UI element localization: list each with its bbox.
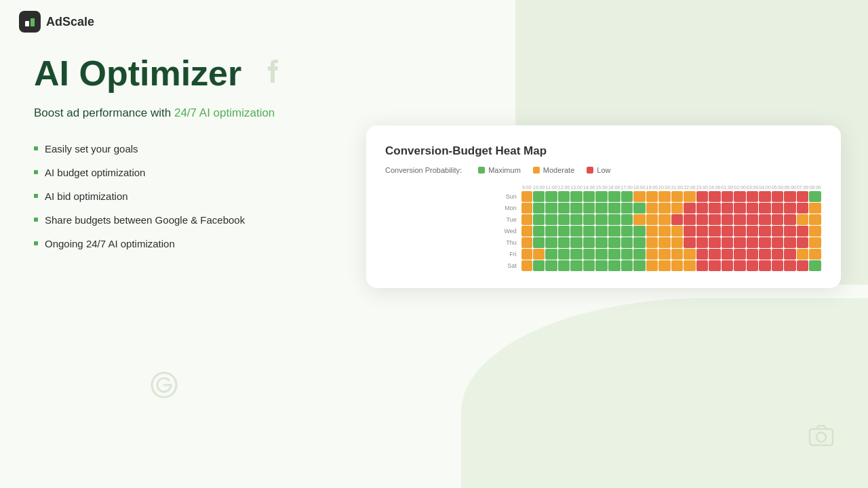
- heatmap-cell: [646, 191, 658, 202]
- heatmap-cell: [570, 260, 583, 271]
- hour-label: 10:00: [533, 184, 545, 190]
- heatmap-cell: [722, 237, 734, 248]
- heatmap-cell: [671, 203, 684, 214]
- bullet-icon: [34, 241, 38, 245]
- heatmap-cell: [608, 249, 620, 260]
- heatmap-cell: [621, 226, 633, 237]
- heatmap-cell: [784, 214, 796, 225]
- heatmap-cell: [759, 226, 771, 237]
- heatmap-cell: [671, 260, 684, 271]
- svg-point-4: [816, 432, 826, 442]
- heatmap-cell: [759, 249, 771, 260]
- heatmap-cell: [722, 249, 734, 260]
- heatmap-cell: [809, 203, 821, 214]
- heatmap-cell: [621, 214, 633, 225]
- heatmap-cell: [570, 203, 583, 214]
- heatmap-cell: [633, 203, 646, 214]
- heatmap-cell: [784, 260, 796, 271]
- heatmap-cell: [658, 249, 671, 260]
- heatmap-cell: [734, 191, 746, 202]
- heatmap-cell: [747, 214, 759, 225]
- list-item: Easily set your goals: [34, 143, 359, 155]
- logo-text: AdScale: [46, 15, 94, 29]
- heatmap-cell: [570, 191, 583, 202]
- heatmap-cell: [772, 214, 784, 225]
- day-label: Thu: [386, 237, 521, 248]
- heatmap-cell: [521, 249, 532, 260]
- feature-label: AI budget optimization: [45, 167, 145, 178]
- heatmap-cell: [684, 237, 696, 248]
- heatmap-cell: [696, 191, 709, 202]
- heatmap-cell: [734, 203, 746, 214]
- heatmap-cell: [784, 237, 796, 248]
- hour-label: 23:00: [696, 184, 709, 190]
- heatmap-cell: [545, 237, 557, 248]
- heatmap-cell: [558, 191, 570, 202]
- heatmap-cell: [658, 226, 671, 237]
- heatmap-cell: [696, 203, 709, 214]
- corner-cell: [386, 184, 521, 190]
- heatmap-cell: [722, 214, 734, 225]
- heatmap-cell: [696, 260, 709, 271]
- heatmap-cell: [646, 214, 658, 225]
- heatmap-cell: [558, 237, 570, 248]
- heatmap-cell: [533, 237, 545, 248]
- hour-label: 02:00: [734, 184, 746, 190]
- heatmap-cell: [809, 191, 821, 202]
- feature-label: AI bid optimization: [45, 190, 128, 202]
- heatmap-cell: [633, 249, 646, 260]
- heatmap-cell: [722, 191, 734, 202]
- day-label: Mon: [386, 203, 521, 214]
- heatmap-cell: [797, 249, 809, 260]
- heatmap-cell: [784, 191, 796, 202]
- list-item: Ongoing 24/7 AI optimization: [34, 238, 359, 249]
- heatmap-cell: [809, 226, 821, 237]
- heatmap-cell: [684, 191, 696, 202]
- legend-low: Low: [587, 166, 610, 174]
- svg-rect-0: [25, 21, 29, 26]
- table-row: Tue: [386, 214, 821, 225]
- heatmap-cell: [722, 260, 734, 271]
- hour-label: 13:00: [570, 184, 583, 190]
- heatmap-cell: [633, 237, 646, 248]
- heatmap-cell: [595, 260, 608, 271]
- heatmap-cell: [558, 260, 570, 271]
- heatmap-cell: [759, 214, 771, 225]
- heatmap-cell: [671, 226, 684, 237]
- day-label: Wed: [386, 226, 521, 237]
- legend-low-label: Low: [597, 166, 610, 174]
- heatmap-table: 9:00 10:00 11:00 12:00 13:00 14:00 15:00…: [385, 184, 822, 272]
- heatmap-cell: [570, 249, 583, 260]
- heatmap-cell: [734, 226, 746, 237]
- list-item: AI bid optimization: [34, 190, 359, 202]
- heatmap-cell: [521, 237, 532, 248]
- heatmap-cell: [759, 237, 771, 248]
- heatmap-cell: [621, 191, 633, 202]
- heatmap-cell: [558, 214, 570, 225]
- heatmap-cell: [784, 203, 796, 214]
- heatmap-cell: [583, 249, 595, 260]
- heatmap-cell: [558, 203, 570, 214]
- legend-maximum: Maximum: [478, 166, 521, 174]
- heatmap-cell: [671, 237, 684, 248]
- heatmap-cell: [709, 249, 721, 260]
- heatmap-cell: [747, 191, 759, 202]
- heatmap-cell: [621, 237, 633, 248]
- heatmap-cell: [696, 237, 709, 248]
- heatmap-cell: [521, 191, 532, 202]
- heatmap-cell: [747, 260, 759, 271]
- heatmap-cell: [797, 226, 809, 237]
- heatmap-cell: [684, 214, 696, 225]
- camera-icon: [807, 421, 835, 455]
- logo-icon: [19, 11, 41, 33]
- table-row: Thu: [386, 237, 821, 248]
- heatmap-cell: [533, 226, 545, 237]
- heatmap-cell: [583, 226, 595, 237]
- heatmap-cell: [671, 249, 684, 260]
- legend-moderate: Moderate: [533, 166, 574, 174]
- heatmap-cell: [608, 237, 620, 248]
- heatmap-cell: [621, 249, 633, 260]
- heatmap-cell: [570, 226, 583, 237]
- heatmap-cell: [545, 214, 557, 225]
- heatmap-cell: [595, 214, 608, 225]
